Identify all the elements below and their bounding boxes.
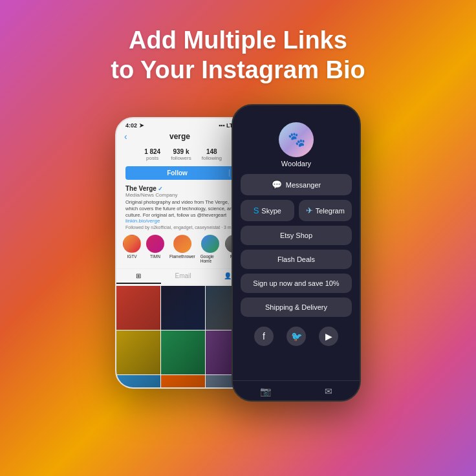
headline: Add Multiple Links to Your Instagram Bio [111, 0, 365, 85]
facebook-icon[interactable]: f [254, 327, 274, 346]
followed-by: Followed by n2kofficial, engadget, casey… [125, 225, 241, 230]
telegram-label: Telegram [316, 207, 345, 215]
photo-cell [161, 330, 205, 374]
highlight-circle [201, 235, 219, 253]
profile-picture: 🐾 [279, 122, 314, 157]
back-icon[interactable]: ‹ [124, 131, 127, 142]
mail-icon[interactable]: ✉ [325, 386, 332, 396]
stat-posts: 1 824 posts [144, 148, 160, 161]
background: Add Multiple Links to Your Instagram Bio… [0, 0, 476, 476]
nav-bar: ‹ verge ••• [116, 130, 250, 144]
follow-label: Follow [125, 169, 229, 177]
photo-cell [161, 286, 205, 330]
highlight-circle [173, 235, 191, 253]
stat-followers: 939 k followers [171, 148, 191, 161]
phone-right: 🐾 Wooldary 💬 Messanger S Skype ✈ Telegra… [232, 104, 361, 402]
profile-desc: Original photography and video from The … [125, 199, 241, 218]
headline-line2: to Your Instagram Bio [111, 56, 365, 85]
highlight-igtv[interactable]: IGTV [123, 235, 141, 263]
headline-line1: Add Multiple Links [111, 26, 365, 56]
photo-grid [116, 286, 250, 389]
bottom-nav-right: 📷 ✉ [233, 380, 360, 400]
stat-following: 148 following [202, 148, 222, 161]
link-telegram[interactable]: ✈ Telegram [299, 200, 352, 221]
telegram-icon: ✈ [306, 206, 313, 215]
profile-stats: 1 824 posts 939 k followers 148 followin… [116, 144, 250, 164]
skype-label: Skype [261, 207, 281, 215]
tab-grid[interactable]: ⊞ [116, 269, 161, 284]
phones-container: 4:02 ➤ ▪▪▪ LTE ▪ ‹ verge ••• 1 824 posts… [115, 104, 361, 402]
photo-cell [161, 375, 205, 389]
photo-cell [116, 286, 160, 330]
content-tabs: ⊞ Email 👤 [116, 268, 250, 285]
right-content: 🐾 Wooldary 💬 Messanger S Skype ✈ Telegra… [233, 117, 360, 346]
highlight-circle [123, 235, 141, 253]
twitter-icon[interactable]: 🐦 [287, 327, 306, 346]
messenger-label: Messanger [286, 181, 321, 189]
profile-name: The Verge ✓ [125, 185, 241, 192]
flash-deals-label: Flash Deals [277, 255, 315, 263]
verified-icon: ✓ [158, 186, 163, 192]
signup-label: Sign up now and save 10% [253, 279, 339, 287]
status-bar-left: 4:02 ➤ ▪▪▪ LTE ▪ [116, 118, 250, 130]
messenger-icon: 💬 [272, 180, 282, 189]
link-shipping[interactable]: Shipping & Delivery [241, 298, 352, 317]
link-messenger[interactable]: 💬 Messanger [241, 174, 352, 195]
time: 4:02 ➤ [125, 122, 144, 129]
link-row-skype-telegram: S Skype ✈ Telegram [241, 200, 352, 221]
follow-button[interactable]: Follow ▾ [125, 166, 241, 180]
highlight-circle [146, 235, 164, 253]
photo-cell [116, 330, 160, 374]
profile-biz: Media/News Company [125, 192, 241, 198]
instagram-icon[interactable]: 📷 [260, 386, 271, 396]
story-highlights: IGTV TIMN Flamethrower Google Home Mac [116, 231, 250, 267]
social-icons-row: f 🐦 ▶ [254, 327, 338, 346]
link-skype[interactable]: S Skype [241, 200, 294, 221]
tab-email[interactable]: Email [161, 269, 206, 284]
profile-username: Wooldary [281, 160, 311, 168]
username: verge [169, 132, 190, 141]
highlight-google-home[interactable]: Google Home [200, 235, 220, 263]
highlight-flamethrower[interactable]: Flamethrower [169, 235, 195, 263]
youtube-icon[interactable]: ▶ [319, 327, 338, 346]
skype-icon: S [254, 206, 259, 215]
link-flash-deals[interactable]: Flash Deals [241, 250, 352, 269]
link-etsy-shop[interactable]: Etsy Shop [241, 226, 352, 245]
shipping-label: Shipping & Delivery [265, 303, 327, 311]
highlight-timn[interactable]: TIMN [146, 235, 164, 263]
phone-left: 4:02 ➤ ▪▪▪ LTE ▪ ‹ verge ••• 1 824 posts… [115, 117, 251, 389]
phone-notch [270, 105, 322, 117]
profile-info: The Verge ✓ Media/News Company Original … [116, 182, 250, 231]
link-signup[interactable]: Sign up now and save 10% [241, 274, 352, 293]
profile-link[interactable]: linkin.bio/verge [125, 218, 241, 224]
etsy-shop-label: Etsy Shop [280, 232, 312, 239]
photo-cell [116, 375, 160, 389]
